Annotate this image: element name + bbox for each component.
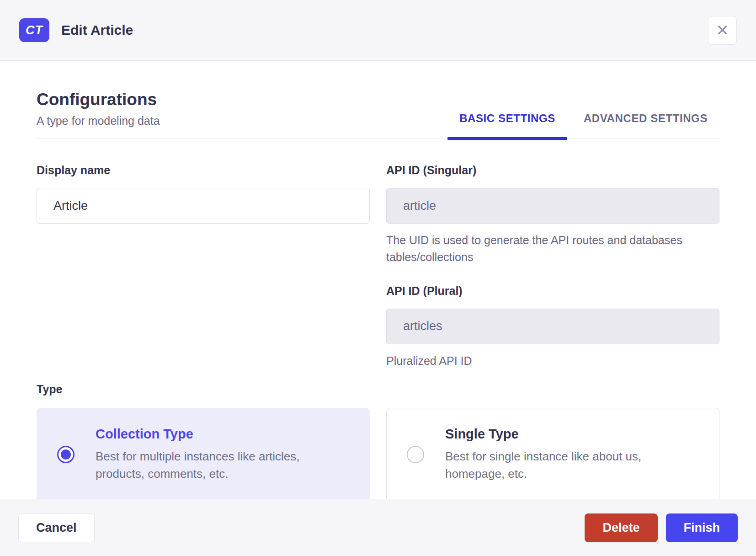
api-id-plural-hint: Pluralized API ID xyxy=(386,353,719,369)
modal-footer: Cancel Delete Finish xyxy=(0,499,756,556)
cancel-button[interactable]: Cancel xyxy=(18,513,95,542)
modal-header: CT Edit Article ✕ xyxy=(0,0,756,61)
api-id-singular-input xyxy=(386,188,719,224)
api-id-plural-label: API ID (Plural) xyxy=(386,284,719,298)
section-head: Configurations A type for modeling data … xyxy=(37,90,719,139)
delete-button[interactable]: Delete xyxy=(585,513,657,542)
type-cards: Collection Type Best for multiple instan… xyxy=(37,408,719,499)
display-name-input[interactable] xyxy=(37,188,370,224)
section-titles: Configurations A type for modeling data xyxy=(37,90,160,139)
type-section: Type Collection Type Best for multiple i… xyxy=(37,383,719,499)
api-id-plural-field: API ID (Plural) Pluralized API ID xyxy=(386,284,719,369)
finish-button[interactable]: Finish xyxy=(666,513,738,542)
close-button[interactable]: ✕ xyxy=(708,16,737,45)
page-subtitle: A type for modeling data xyxy=(37,114,160,128)
api-id-plural-input xyxy=(386,309,719,344)
modal-body: Configurations A type for modeling data … xyxy=(0,61,756,499)
footer-actions: Delete Finish xyxy=(585,513,738,542)
api-id-singular-field: API ID (Singular) The UID is used to gen… xyxy=(386,164,719,265)
type-option-description: Best for single instance like about us, … xyxy=(445,448,699,482)
form-column-right: API ID (Singular) The UID is used to gen… xyxy=(386,164,719,369)
type-option-collection[interactable]: Collection Type Best for multiple instan… xyxy=(37,408,370,499)
display-name-field: Display name xyxy=(37,164,370,224)
type-option-single[interactable]: Single Type Best for single instance lik… xyxy=(386,408,719,499)
modal-title: Edit Article xyxy=(61,22,133,38)
type-option-content: Single Type Best for single instance lik… xyxy=(445,427,699,482)
display-name-label: Display name xyxy=(37,164,370,177)
tab-advanced-settings[interactable]: ADVANCED SETTINGS xyxy=(572,112,719,139)
radio-checked-icon[interactable] xyxy=(57,446,75,463)
type-option-description: Best for multiple instances like article… xyxy=(96,448,349,482)
tab-basic-settings[interactable]: BASIC SETTINGS xyxy=(447,112,567,139)
close-icon: ✕ xyxy=(716,22,729,38)
type-option-title: Collection Type xyxy=(96,427,349,442)
form-column-left: Display name xyxy=(37,164,370,369)
content-type-badge: CT xyxy=(19,18,49,42)
page-title: Configurations xyxy=(37,90,160,110)
form-grid: Display name API ID (Singular) The UID i… xyxy=(37,164,719,369)
type-option-content: Collection Type Best for multiple instan… xyxy=(96,427,349,482)
api-id-singular-label: API ID (Singular) xyxy=(386,164,719,177)
radio-unchecked-icon[interactable] xyxy=(407,446,424,463)
settings-tabs: BASIC SETTINGS ADVANCED SETTINGS xyxy=(447,112,719,139)
type-label: Type xyxy=(37,383,719,396)
type-option-title: Single Type xyxy=(445,427,699,442)
api-id-singular-hint: The UID is used to generate the API rout… xyxy=(386,232,719,265)
